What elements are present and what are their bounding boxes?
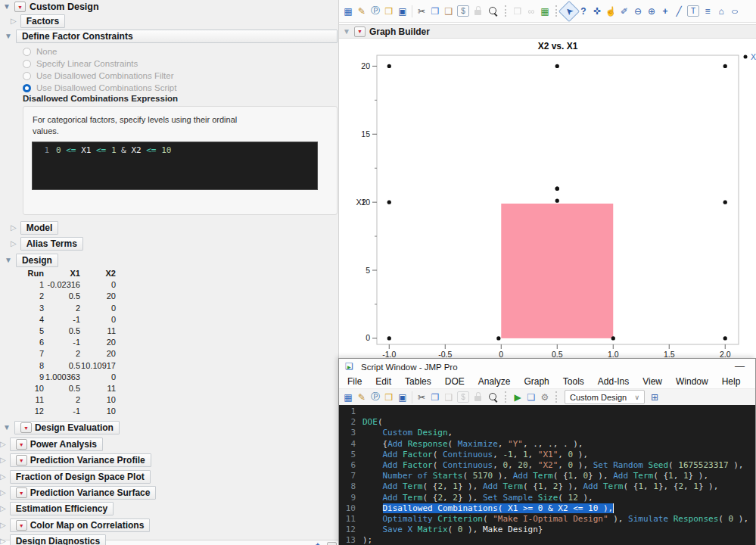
script-page-icon[interactable]: ❏ (524, 391, 538, 404)
menu-view[interactable]: View (636, 375, 669, 388)
disclosure-graph-builder[interactable]: ▼ (343, 28, 350, 36)
disclosure-custom-design[interactable]: ▼ (3, 3, 11, 11)
menu-graph[interactable]: Graph (517, 375, 555, 388)
code-line[interactable]: 2DOE( (339, 417, 755, 428)
code-line[interactable]: 10 <= X1 <= 1 & X2 <= 10 (33, 145, 317, 157)
radio-option-specify-linear-constraints[interactable]: Specify Linear Constraints (23, 58, 176, 70)
code-line[interactable]: 13); (339, 535, 755, 545)
text-annotate-icon[interactable]: T (687, 5, 699, 17)
journal-icon[interactable]: ❒ (511, 5, 524, 18)
oval-icon[interactable]: ○ (726, 5, 744, 18)
code-line[interactable]: 3 Custom Design, (339, 428, 755, 438)
red-triangle-menu[interactable]: ▼ (16, 520, 27, 531)
new-data-table-icon[interactable]: ▦ (341, 5, 355, 18)
menu-tables[interactable]: Tables (398, 375, 438, 388)
code-line[interactable]: 5 Add Factor( Continuous, -1, 1, "X1", 0… (339, 450, 755, 460)
outline-header[interactable]: Design Diagnostics (10, 534, 106, 545)
code-line[interactable]: 9 Add Term( {2, 2} ), Set Sample Size( 1… (339, 493, 755, 503)
crosshair-plus-icon[interactable]: + (658, 5, 672, 18)
save-icon[interactable]: ▣ (396, 391, 409, 404)
disclosure-triangle[interactable]: ▷ (0, 456, 6, 464)
disclosure-constraints[interactable]: ▼ (5, 33, 12, 40)
menu-addins[interactable]: Add-Ins (591, 375, 636, 388)
code-line[interactable]: 7 Number of Starts( 5170 ), Add Term( {1… (339, 471, 755, 481)
add-table-icon[interactable]: ▦ (538, 5, 552, 18)
menu-doe[interactable]: DOE (438, 375, 471, 388)
python-icon[interactable]: Ⓟ (369, 391, 382, 404)
new-data-table-icon[interactable]: ▦ (341, 391, 355, 404)
zoom-in-icon[interactable]: ⊕ (645, 5, 658, 18)
journal-dollar-icon[interactable]: $ (457, 5, 469, 17)
define-factor-constraints-header[interactable]: Define Factor Constraints (16, 30, 338, 43)
code-line[interactable]: 10 Disallowed Combinations( X1 >= 0 & X2… (339, 503, 755, 514)
open-file-icon[interactable]: ❒ (382, 391, 396, 404)
menu-edit[interactable]: Edit (369, 375, 398, 388)
paste-icon[interactable]: ❑ (442, 391, 456, 404)
new-script-icon[interactable]: ✎ (355, 391, 369, 404)
binoculars-icon[interactable]: ∞ (524, 5, 538, 18)
disclosure-triangle[interactable]: ▷ (0, 441, 6, 448)
outline-header[interactable]: ▼Color Map on Correlations (10, 519, 151, 532)
python-icon[interactable]: Ⓟ (369, 5, 382, 18)
disclosure-triangle[interactable]: ▷ (0, 537, 6, 545)
disallowed-combinations-script-editor[interactable]: 10 <= X1 <= 1 & X2 <= 10 (32, 142, 318, 190)
disclosure-triangle[interactable]: ▷ (0, 505, 6, 512)
lock-icon[interactable] (474, 10, 481, 15)
radio-option-use-disallowed-combinations-filter[interactable]: Use Disallowed Combinations Filter (23, 70, 176, 82)
move-icon[interactable]: ✜ (590, 5, 604, 18)
red-triangle-menu[interactable]: ▼ (16, 439, 27, 450)
save-icon[interactable]: ▣ (396, 5, 409, 18)
menu-file[interactable]: File (341, 375, 369, 388)
menu-window[interactable]: Window (669, 375, 715, 388)
radio-button[interactable] (23, 84, 31, 92)
minimize-button[interactable]: — (735, 360, 745, 372)
code-line[interactable]: 1 (339, 406, 755, 417)
code-line[interactable]: 4 {Add Response( Maximize, "Y", ., ., . … (339, 439, 755, 450)
copy-icon[interactable]: ❐ (428, 5, 442, 18)
code-line[interactable]: 8 Add Term( {2, 1} ), Add Term( {1, 2} )… (339, 481, 755, 492)
open-file-icon[interactable]: ❒ (382, 5, 396, 18)
factors-header[interactable]: Factors (20, 14, 65, 28)
outline-header[interactable]: Estimation Efficiency (10, 502, 114, 515)
menu-tools[interactable]: Tools (556, 375, 591, 388)
disclosure-alias-terms[interactable]: ▷ (11, 240, 17, 248)
alias-terms-header[interactable]: Alias Terms (20, 237, 83, 251)
brush-icon[interactable]: ✐ (618, 5, 631, 18)
menu-analyze[interactable]: Analyze (471, 375, 518, 388)
code-line[interactable]: 11 Optimality Criterion( "Make I-Optimal… (339, 514, 755, 525)
disclosure-model[interactable]: ▷ (11, 224, 17, 232)
menu-help[interactable]: Help (715, 375, 748, 388)
outline-header[interactable]: ▼Power Analysis (10, 438, 103, 451)
red-triangle-menu-custom-design[interactable]: ▼ (14, 2, 26, 12)
red-triangle-menu-graph-builder[interactable]: ▼ (354, 26, 366, 37)
disclosure-factors[interactable]: ▷ (11, 17, 17, 25)
legend-label[interactable]: X2 (751, 52, 756, 61)
zoom-out-icon[interactable]: ⊖ (631, 5, 645, 18)
outline-header[interactable]: Fraction of Design Space Plot (10, 470, 151, 484)
red-triangle-menu-design-evaluation[interactable]: ▼ (20, 422, 32, 433)
design-header[interactable]: Design (16, 254, 58, 267)
search-icon[interactable] (489, 7, 496, 14)
grabber-icon[interactable]: ☝ (604, 5, 618, 18)
radio-button[interactable] (23, 60, 31, 68)
disclosure-triangle[interactable]: ▷ (0, 489, 6, 497)
legend-marker[interactable] (744, 55, 748, 59)
paste-icon[interactable]: ❑ (442, 5, 456, 18)
disclosure-design-evaluation[interactable]: ▼ (3, 424, 11, 431)
code-line[interactable]: 12 Save X Matrix( 0 ), Make Design} (339, 525, 755, 535)
copy-icon[interactable]: ❐ (428, 391, 442, 404)
line-draw-icon[interactable]: ╱ (672, 5, 686, 18)
lock-icon[interactable] (474, 396, 481, 401)
outline-header[interactable]: ▼Prediction Variance Surface (10, 486, 157, 500)
script-editor[interactable]: 12DOE(3 Custom Design,4 {Add Response( M… (339, 405, 755, 545)
disclosure-triangle[interactable]: ▷ (0, 473, 6, 481)
search-icon[interactable] (489, 393, 496, 400)
radio-option-use-disallowed-combinations-script[interactable]: Use Disallowed Combinations Script (23, 82, 176, 94)
new-script-icon[interactable]: ✎ (355, 5, 369, 18)
radio-button[interactable] (23, 72, 31, 80)
lines-icon[interactable]: ≡ (701, 5, 714, 18)
red-triangle-menu[interactable]: ▼ (16, 487, 27, 498)
red-triangle-menu[interactable]: ▼ (16, 455, 27, 466)
radio-button[interactable] (23, 48, 31, 56)
code-line[interactable]: 6 Add Factor( Continuous, 0, 20, "X2", 0… (339, 460, 755, 471)
